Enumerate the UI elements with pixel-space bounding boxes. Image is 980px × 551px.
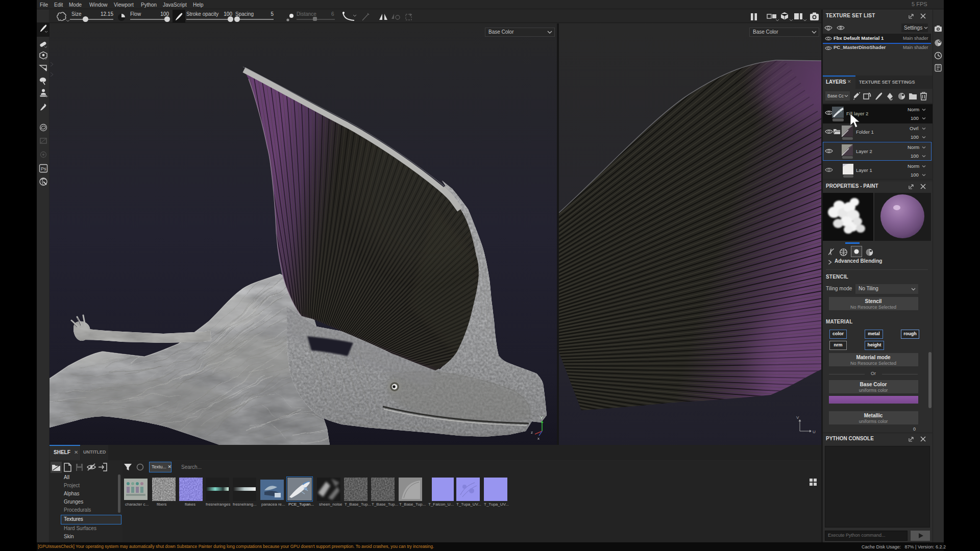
svg-text:z: z [531,430,533,435]
svg-text:U: U [813,430,816,434]
svg-text:Y: Y [540,415,543,420]
svg-text:V: V [796,415,799,420]
svg-text:x: x [537,436,540,441]
svg-text:Ps: Ps [41,166,46,171]
